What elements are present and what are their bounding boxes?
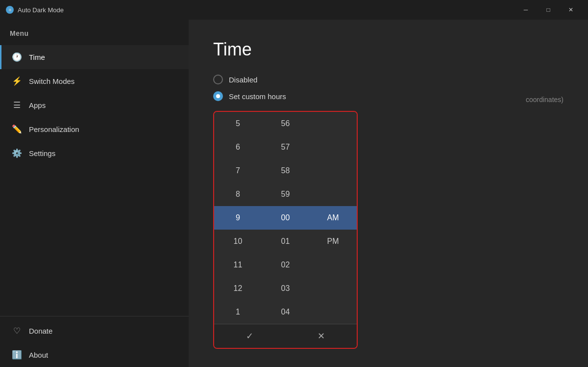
sidebar-bottom: ♡ Donate ℹ️ About xyxy=(0,316,189,367)
time-picker-footer: ✓ ✕ xyxy=(214,324,357,348)
time-picker: 556657758859900AM1001PM11021203104 ✓ ✕ xyxy=(213,111,358,349)
sidebar-label-donate: Donate xyxy=(29,327,52,335)
time-cell-ampm[interactable] xyxy=(309,159,357,183)
time-icon: 🕐 xyxy=(11,52,22,62)
app-icon: ☀ xyxy=(6,6,14,14)
sidebar-label-apps: Apps xyxy=(29,101,46,109)
time-cell-minute[interactable]: 00 xyxy=(262,206,309,230)
time-cell-hour[interactable]: 8 xyxy=(214,183,262,206)
title-bar: ☀ Auto Dark Mode ─ □ ✕ xyxy=(0,0,588,20)
about-icon: ℹ️ xyxy=(11,350,22,360)
time-confirm-button[interactable]: ✓ xyxy=(214,324,286,348)
time-cell-minute[interactable]: 01 xyxy=(262,230,309,253)
time-cell-ampm[interactable]: PM xyxy=(309,230,357,253)
time-cell-ampm[interactable]: AM xyxy=(309,206,357,230)
minimize-button[interactable]: ─ xyxy=(514,2,537,18)
sidebar-item-settings[interactable]: ⚙️ Settings xyxy=(0,141,189,165)
time-cell-hour[interactable]: 12 xyxy=(214,277,262,300)
time-cell-hour[interactable]: 5 xyxy=(214,112,262,135)
time-cell-ampm[interactable] xyxy=(309,135,357,159)
menu-label: Menu xyxy=(0,25,189,45)
radio-disabled[interactable]: Disabled xyxy=(213,75,564,84)
sidebar-item-donate[interactable]: ♡ Donate xyxy=(0,319,189,343)
time-cell-minute[interactable]: 57 xyxy=(262,135,309,159)
time-cell-minute[interactable]: 03 xyxy=(262,277,309,300)
time-cell-ampm[interactable] xyxy=(309,183,357,206)
time-cell-minute[interactable]: 58 xyxy=(262,159,309,183)
radio-custom-hours[interactable]: Set custom hours xyxy=(213,91,564,101)
time-cell-minute[interactable]: 56 xyxy=(262,112,309,135)
time-cell-hour[interactable]: 7 xyxy=(214,159,262,183)
time-picker-grid: 556657758859900AM1001PM11021203104 xyxy=(214,112,357,324)
sidebar-item-switch-modes[interactable]: ⚡ Switch Modes xyxy=(0,69,189,93)
sidebar-item-time[interactable]: 🕐 Time xyxy=(0,45,189,69)
time-cell-hour[interactable]: 6 xyxy=(214,135,262,159)
maximize-button[interactable]: □ xyxy=(537,2,560,18)
radio-group: Disabled Set custom hours xyxy=(213,75,564,101)
personalization-icon: ✏️ xyxy=(11,124,22,134)
sidebar-item-about[interactable]: ℹ️ About xyxy=(0,343,189,367)
time-cell-ampm[interactable] xyxy=(309,277,357,300)
close-button[interactable]: ✕ xyxy=(560,2,582,18)
radio-circle-custom-hours xyxy=(213,91,223,101)
page-title: Time xyxy=(213,39,564,60)
sidebar-item-apps[interactable]: ☰ Apps xyxy=(0,93,189,117)
time-cancel-button[interactable]: ✕ xyxy=(286,324,357,348)
sidebar-label-about: About xyxy=(29,351,48,359)
radio-label-disabled: Disabled xyxy=(229,76,257,84)
time-cell-minute[interactable]: 59 xyxy=(262,183,309,206)
main-panel: Time Disabled Set custom hours 556657758… xyxy=(189,20,588,367)
sidebar-item-personalization[interactable]: ✏️ Personalization xyxy=(0,117,189,141)
sidebar-label-settings: Settings xyxy=(29,149,55,157)
radio-label-custom-hours: Set custom hours xyxy=(229,92,286,101)
time-cell-ampm[interactable] xyxy=(309,253,357,277)
time-cell-minute[interactable]: 02 xyxy=(262,253,309,277)
time-cell-ampm[interactable] xyxy=(309,300,357,324)
switch-modes-icon: ⚡ xyxy=(11,76,22,86)
sidebar-label-switch-modes: Switch Modes xyxy=(29,77,74,85)
sidebar-label-time: Time xyxy=(29,53,45,61)
apps-icon: ☰ xyxy=(11,100,22,110)
window-controls: ─ □ ✕ xyxy=(514,2,582,18)
radio-circle-disabled xyxy=(213,75,223,84)
time-cell-hour[interactable]: 11 xyxy=(214,253,262,277)
settings-icon: ⚙️ xyxy=(11,148,22,158)
time-cell-ampm[interactable] xyxy=(309,112,357,135)
title-bar-left: ☀ Auto Dark Mode xyxy=(6,6,64,14)
time-cell-minute[interactable]: 04 xyxy=(262,300,309,324)
app-title: Auto Dark Mode xyxy=(18,6,64,14)
sidebar: Menu 🕐 Time ⚡ Switch Modes ☰ Apps ✏️ Per… xyxy=(0,20,189,367)
donate-icon: ♡ xyxy=(11,326,22,336)
sidebar-label-personalization: Personalization xyxy=(29,125,79,133)
time-cell-hour[interactable]: 10 xyxy=(214,230,262,253)
time-cell-hour[interactable]: 9 xyxy=(214,206,262,230)
coordinates-text: coordinates) xyxy=(526,96,564,104)
app-body: Menu 🕐 Time ⚡ Switch Modes ☰ Apps ✏️ Per… xyxy=(0,20,588,367)
time-cell-hour[interactable]: 1 xyxy=(214,300,262,324)
